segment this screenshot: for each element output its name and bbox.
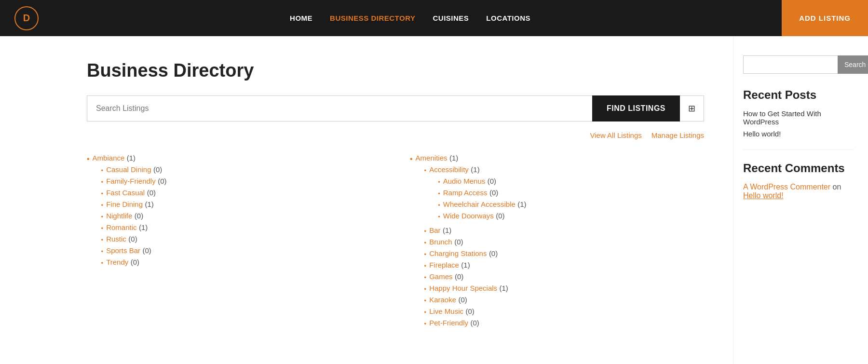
fine-dining-link[interactable]: Fine Dining (106, 200, 143, 208)
bullet-icon: • (424, 228, 427, 235)
romantic-link[interactable]: Romantic (106, 223, 136, 231)
list-item: • Fireplace (1) (424, 261, 527, 270)
list-item: • Fine Dining (1) (101, 200, 167, 209)
bullet-icon: • (87, 155, 90, 163)
bullet-icon: • (424, 285, 427, 293)
nightlife-link[interactable]: Nightlife (106, 212, 132, 220)
page-title: Business Directory (87, 60, 704, 81)
nav-cuisines[interactable]: CUISINES (433, 14, 469, 22)
sports-bar-link[interactable]: Sports Bar (106, 246, 140, 255)
recent-comments-section: Recent Comments A WordPress Commenter on… (743, 162, 854, 200)
sidebar-search-row: Search (743, 55, 854, 74)
right-column: • Amenities (1) • Accessibility ( (410, 154, 704, 334)
wheelchair-accessible-link[interactable]: Wheelchair Accessible (443, 200, 515, 208)
list-item: • Sports Bar (0) (101, 246, 167, 255)
bullet-icon: • (410, 155, 413, 163)
list-item: • Bar (1) (424, 226, 527, 235)
bullet-icon: • (101, 236, 104, 243)
games-link[interactable]: Games (429, 272, 452, 281)
bullet-icon: • (424, 309, 427, 316)
sidebar-search-input[interactable] (743, 55, 838, 74)
recent-post-1[interactable]: How to Get Started With WordPress (743, 109, 854, 126)
charging-stations-link[interactable]: Charging Stations (429, 249, 487, 257)
bullet-icon: • (101, 178, 104, 186)
bullet-icon: • (438, 213, 440, 220)
main-nav: HOME BUSINESS DIRECTORY CUISINES LOCATIO… (290, 14, 530, 22)
sidebar-search-button[interactable]: Search (838, 55, 868, 74)
recent-comments-title: Recent Comments (743, 162, 854, 175)
wide-doorways-link[interactable]: Wide Doorways (443, 212, 494, 220)
comment-link[interactable]: Hello world! (743, 191, 784, 200)
audio-menus-link[interactable]: Audio Menus (443, 177, 486, 185)
right-category-list: • Amenities (1) • Accessibility ( (410, 154, 704, 330)
bullet-icon: • (101, 225, 104, 232)
list-item: • Wide Doorways (0) (438, 212, 526, 220)
bullet-icon: • (101, 213, 104, 220)
accessibility-sub-list: • Audio Menus (0) • Ramp Access (0) (438, 177, 526, 220)
bullet-icon: • (101, 259, 104, 267)
left-column: • Ambiance (1) • Casual Dining (0) • (87, 154, 381, 334)
filter-icon: ⊞ (688, 103, 695, 114)
list-item: • Romantic (1) (101, 223, 167, 232)
bullet-icon: • (438, 202, 440, 209)
logo-letter: D (23, 13, 30, 24)
bullet-icon: • (101, 190, 104, 197)
list-item: • Amenities (1) • Accessibility ( (410, 154, 704, 330)
ramp-access-link[interactable]: Ramp Access (443, 189, 488, 197)
amenities-sub-list: • Accessibility (1) • Audio Menus (0) (424, 165, 527, 327)
list-item: • Ramp Access (0) (438, 189, 526, 197)
bullet-icon: • (424, 274, 427, 281)
karaoke-link[interactable]: Karaoke (429, 296, 456, 304)
comment-author: A WordPress Commenter (743, 183, 830, 191)
amenities-count: (1) (449, 154, 458, 162)
search-input[interactable] (87, 95, 592, 121)
list-item: • Ambiance (1) • Casual Dining (0) • (87, 154, 381, 270)
list-item: • Accessibility (1) • Audio Menus (0) (424, 165, 527, 223)
amenities-link[interactable]: Amenities (416, 154, 448, 162)
search-bar-row: FIND LISTINGS ⊞ (87, 95, 704, 121)
nav-home[interactable]: HOME (290, 14, 312, 22)
family-friendly-link[interactable]: Family-Friendly (106, 177, 156, 185)
ambiance-count: (1) (127, 154, 136, 162)
manage-listings-link[interactable]: Manage Listings (651, 131, 704, 139)
list-item: • Happy Hour Specials (1) (424, 284, 527, 293)
bullet-icon: • (101, 248, 104, 255)
view-all-listings-link[interactable]: View All Listings (590, 131, 641, 139)
filter-icon-button[interactable]: ⊞ (680, 95, 704, 121)
sidebar-divider (743, 149, 854, 150)
brunch-link[interactable]: Brunch (429, 238, 452, 246)
trendy-link[interactable]: Trendy (106, 258, 128, 266)
ambiance-link[interactable]: Ambiance (93, 154, 125, 162)
recent-posts-title: Recent Posts (743, 88, 854, 102)
fast-casual-link[interactable]: Fast Casual (106, 189, 145, 197)
bullet-icon: • (438, 190, 440, 197)
list-item: • Audio Menus (0) (438, 177, 526, 186)
logo: D (14, 6, 39, 30)
links-row: View All Listings Manage Listings (87, 131, 704, 139)
nav-business-directory[interactable]: BUSINESS DIRECTORY (330, 14, 415, 22)
page-wrapper: Business Directory FIND LISTINGS ⊞ View … (0, 36, 868, 364)
list-item: • Charging Stations (0) (424, 249, 527, 258)
casual-dining-link[interactable]: Casual Dining (106, 165, 151, 174)
list-item: • Trendy (0) (101, 258, 167, 267)
bar-link[interactable]: Bar (429, 226, 440, 234)
live-music-link[interactable]: Live Music (429, 307, 463, 315)
list-item: • Live Music (0) (424, 307, 527, 316)
pet-friendly-link[interactable]: Pet-Friendly (429, 319, 468, 327)
sidebar: Search Recent Posts How to Get Started W… (733, 36, 868, 364)
find-listings-button[interactable]: FIND LISTINGS (592, 95, 680, 121)
list-item: • Karaoke (0) (424, 296, 527, 304)
bullet-icon: • (101, 167, 104, 174)
rustic-link[interactable]: Rustic (106, 235, 126, 243)
list-item: • Casual Dining (0) (101, 165, 167, 174)
fireplace-link[interactable]: Fireplace (429, 261, 459, 269)
happy-hour-link[interactable]: Happy Hour Specials (429, 284, 497, 292)
add-listing-button[interactable]: ADD LISTING (782, 0, 868, 36)
nav-locations[interactable]: LOCATIONS (486, 14, 530, 22)
main-content: Business Directory FIND LISTINGS ⊞ View … (0, 36, 733, 364)
list-item: • Fast Casual (0) (101, 189, 167, 197)
list-item: • Games (0) (424, 272, 527, 281)
list-item: • Pet-Friendly (0) (424, 319, 527, 327)
recent-post-2[interactable]: Hello world! (743, 130, 854, 138)
accessibility-link[interactable]: Accessibility (429, 165, 469, 174)
